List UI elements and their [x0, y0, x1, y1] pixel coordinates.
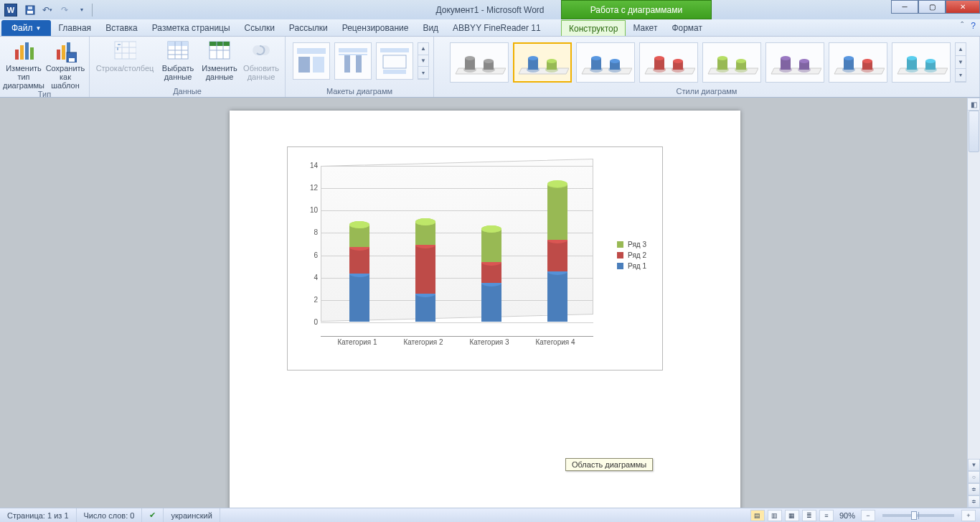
tab-home[interactable]: Главная	[51, 20, 98, 36]
close-button[interactable]: ✕	[946, 0, 980, 14]
edit-data-button[interactable]: Изменить данные	[200, 38, 239, 81]
legend-item[interactable]: Ряд 2	[617, 251, 646, 259]
document-area[interactable]: 02468101214Категория 1Категория 2Категор…	[0, 98, 967, 508]
chart-style-2[interactable]	[513, 42, 572, 83]
zoom-out-button[interactable]: −	[861, 510, 875, 521]
word-app-icon[interactable]: W	[4, 4, 17, 17]
ribbon-tab-row: Файл▼ Главная Вставка Разметка страницы …	[0, 19, 980, 37]
save-template-icon	[54, 39, 77, 62]
layouts-scroll-up[interactable]: ▲	[418, 43, 428, 55]
chart-bar[interactable]	[349, 225, 369, 322]
tab-chart-format[interactable]: Формат	[664, 20, 710, 36]
change-chart-type-button[interactable]: Изменить тип диаграммы	[4, 38, 43, 90]
svg-point-64	[654, 56, 664, 60]
tab-review[interactable]: Рецензирование	[335, 20, 416, 36]
svg-rect-30	[297, 48, 326, 54]
next-page-button[interactable]: ≑	[968, 495, 980, 508]
chart-style-7[interactable]	[829, 42, 887, 83]
y-tick-label: 8	[302, 228, 318, 236]
qat-dropdown-icon[interactable]: ▾	[75, 3, 89, 17]
help-icon[interactable]: ?	[971, 21, 976, 31]
web-layout-view-icon[interactable]: ▦	[785, 510, 799, 521]
chart-style-8[interactable]	[892, 42, 951, 83]
language-status[interactable]: украинский	[164, 508, 220, 522]
svg-rect-5	[25, 42, 29, 60]
svg-marker-82	[834, 68, 885, 74]
tab-chart-layout[interactable]: Макет	[626, 20, 664, 36]
chart-style-6[interactable]	[765, 42, 824, 83]
browse-object-button[interactable]: ○	[968, 471, 980, 483]
svg-point-71	[717, 56, 727, 60]
svg-point-88	[862, 59, 872, 63]
x-category-label: Категория 4	[526, 338, 585, 346]
chart-layout-1[interactable]	[293, 42, 330, 80]
save-as-template-button[interactable]: Сохранить как шаблон	[46, 38, 85, 90]
tab-view[interactable]: Вид	[415, 20, 446, 36]
y-tick-label: 2	[302, 296, 318, 304]
undo-icon[interactable]: ↶▾	[40, 3, 55, 17]
svg-point-85	[844, 56, 854, 60]
zoom-level[interactable]: 90%	[839, 511, 855, 520]
maximize-button[interactable]: ▢	[918, 0, 946, 14]
select-data-label: Выбрать данные	[162, 64, 194, 81]
refresh-data-button: Обновить данные	[242, 38, 281, 81]
chart-bar[interactable]	[415, 222, 435, 322]
chart-style-4[interactable]	[639, 42, 698, 83]
redo-icon[interactable]: ↷	[57, 3, 72, 17]
save-icon[interactable]	[23, 3, 37, 17]
print-layout-view-icon[interactable]: ▤	[750, 510, 765, 521]
minimize-ribbon-icon[interactable]: ˆ	[961, 21, 963, 31]
chart-legend[interactable]: Ряд 3Ряд 2Ряд 1	[617, 238, 646, 273]
select-data-button[interactable]: Выбрать данные	[159, 38, 197, 81]
full-screen-reading-view-icon[interactable]: ▥	[768, 510, 782, 521]
layouts-scroll-down[interactable]: ▼	[418, 55, 428, 67]
svg-rect-32	[313, 57, 324, 73]
ruler-toggle-icon[interactable]: ◧	[967, 98, 980, 111]
chart-plot-area[interactable]: 02468101214Категория 1Категория 2Категор…	[321, 166, 593, 337]
svg-point-43	[465, 56, 475, 60]
chart-layout-2[interactable]	[334, 42, 372, 80]
legend-item[interactable]: Ряд 1	[617, 262, 646, 270]
styles-scroll-up[interactable]: ▲	[956, 43, 966, 56]
tab-abbyy[interactable]: ABBYY FineReader 11	[446, 20, 548, 36]
styles-scroll-down[interactable]: ▼	[956, 56, 966, 69]
save-template-label: Сохранить как шаблон	[46, 64, 85, 90]
svg-point-67	[673, 59, 683, 63]
spellcheck-status[interactable]: ✔	[142, 508, 164, 522]
styles-expand[interactable]: ▾	[956, 69, 966, 82]
draft-view-icon[interactable]: ≡	[819, 510, 834, 521]
tab-insert[interactable]: Вставка	[98, 20, 145, 36]
prev-page-button[interactable]: ≑	[968, 483, 980, 495]
svg-rect-3	[15, 50, 19, 60]
word-count-status[interactable]: Число слов: 0	[77, 508, 143, 522]
group-chart-layouts: ▲ ▼ ▾ Макеты диаграмм	[286, 37, 434, 97]
chart-style-3[interactable]	[576, 42, 635, 83]
chart-style-1[interactable]	[450, 42, 509, 83]
tab-mailings[interactable]: Рассылки	[282, 20, 335, 36]
svg-rect-31	[298, 57, 310, 73]
file-tab[interactable]: Файл▼	[1, 20, 51, 36]
tab-references[interactable]: Ссылки	[237, 20, 282, 36]
svg-rect-24	[209, 42, 230, 46]
outline-view-icon[interactable]: ≣	[802, 510, 816, 521]
svg-rect-39	[383, 70, 406, 74]
tab-chart-design[interactable]: Конструктор	[561, 20, 626, 36]
scroll-down-button[interactable]: ▼	[968, 459, 980, 471]
y-tick-label: 12	[302, 184, 318, 192]
layouts-expand[interactable]: ▾	[418, 67, 428, 79]
chart-layout-3[interactable]	[376, 42, 413, 80]
legend-item[interactable]: Ряд 3	[617, 241, 646, 248]
chart-bar[interactable]	[547, 184, 567, 322]
chart-style-5[interactable]	[702, 42, 761, 83]
y-tick-label: 6	[302, 251, 318, 259]
svg-rect-36	[339, 54, 367, 55]
zoom-in-button[interactable]: +	[961, 510, 976, 521]
scroll-thumb[interactable]	[969, 111, 979, 152]
zoom-slider[interactable]	[882, 514, 954, 517]
chart-bar[interactable]	[481, 229, 501, 322]
minimize-button[interactable]: ─	[891, 0, 918, 14]
vertical-scrollbar[interactable]: ▲ ▼ ○ ≑ ≑	[967, 98, 980, 508]
tab-page-layout[interactable]: Разметка страницы	[145, 20, 237, 36]
chart-object[interactable]: 02468101214Категория 1Категория 2Категор…	[287, 146, 663, 370]
page-number-status[interactable]: Страница: 1 из 1	[0, 508, 77, 522]
